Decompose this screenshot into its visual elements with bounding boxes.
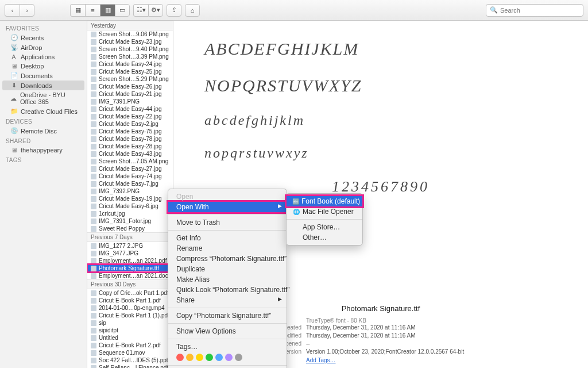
file-row[interactable]: IMG_7391_Fotor.jpg	[87, 217, 173, 225]
tag-color[interactable]	[176, 354, 184, 361]
file-row[interactable]: Screen Shot…9.40 PM.png	[87, 45, 173, 53]
file-row[interactable]: Cricut Made Easy-27.jpg	[87, 165, 173, 172]
search-input[interactable]	[500, 7, 579, 14]
file-name: Screen Shot…9.40 PM.png	[99, 46, 169, 52]
sidebar-item[interactable]: ⬇Downloads	[2, 80, 84, 90]
file-row[interactable]: Cricut E-Book Part 2.pdf	[87, 342, 173, 349]
meta-row: Last opened--	[260, 340, 501, 348]
file-name: Sweet Red Poppy	[99, 225, 145, 232]
file-row[interactable]: Copy of Cric…ok Part 1.pdf	[87, 289, 173, 297]
file-row[interactable]: Screen Shot…3.39 PM.png	[87, 53, 173, 60]
file-row[interactable]: Cricut Made Easy-26.jpg	[87, 83, 173, 90]
file-row[interactable]: Self-Relianc…l Finance.pdf	[87, 364, 173, 368]
context-menu-item[interactable]: Compress “Photomark Signature.ttf”	[168, 254, 287, 264]
tag-color[interactable]	[206, 354, 213, 361]
file-row[interactable]: Employment…an 2021.docx	[87, 272, 173, 279]
view-list-button[interactable]: ≡	[85, 4, 100, 17]
file-row[interactable]: sip	[87, 319, 173, 327]
file-row[interactable]: Employment…an 2021.pdf	[87, 257, 173, 264]
file-row[interactable]: IMG_3477.JPG	[87, 250, 173, 257]
action-button[interactable]: ⚙▾	[148, 4, 163, 17]
file-name: Cricut Made Easy-2.jpg	[99, 121, 158, 127]
tag-color-row	[168, 352, 287, 363]
file-row[interactable]: Screen Shot…9.06 PM.png	[87, 30, 173, 38]
file-row[interactable]: Cricut E-Book Part 1.pdf	[87, 297, 173, 304]
menu-separator	[168, 230, 287, 231]
sidebar-item[interactable]: AApplications	[0, 52, 87, 62]
submenu-item[interactable]: 🔤Font Book (default)	[287, 196, 362, 206]
view-icon-button[interactable]: ▦	[70, 4, 85, 17]
menu-separator	[287, 219, 362, 220]
file-row[interactable]: Cricut Made Easy-28.jpg	[87, 143, 173, 150]
file-row[interactable]: Cricut Made Easy-19.jpg	[87, 195, 173, 202]
file-row[interactable]: 1cricut.jpg	[87, 210, 173, 217]
file-row[interactable]: Cricut Made Easy-44.jpg	[87, 105, 173, 113]
sidebar-label: thehappypeary	[21, 147, 63, 154]
context-menu-item[interactable]: Move to Trash	[168, 217, 287, 228]
sidebar-icon: ☁	[10, 95, 17, 102]
file-row[interactable]: Cricut Made Easy-74.jpg	[87, 172, 173, 180]
context-menu-item[interactable]: Duplicate	[168, 264, 287, 274]
view-gallery-button[interactable]: ▭	[115, 4, 130, 17]
file-row[interactable]: Screen Shot…7.05 AM.png	[87, 158, 173, 165]
file-row[interactable]: Photomark Signature.ttf	[87, 264, 173, 272]
context-menu-item[interactable]: Get Info	[168, 233, 287, 243]
file-row[interactable]: Cricut Made Easy-78.jpg	[87, 135, 173, 143]
file-row[interactable]: Cricut Made Easy-75.jpg	[87, 128, 173, 135]
sidebar-item[interactable]: ☁OneDrive - BYU Office 365	[0, 90, 87, 106]
file-row[interactable]: Cricut Made Easy-25.jpg	[87, 68, 173, 75]
tag-color[interactable]	[186, 354, 194, 361]
sidebar-item[interactable]: 🖥Desktop	[0, 62, 87, 71]
context-menu-item[interactable]: Show View Options	[168, 326, 287, 336]
file-row[interactable]: IMG_7392.PNG	[87, 187, 173, 195]
tag-color[interactable]	[196, 354, 203, 361]
tag-color[interactable]	[235, 354, 242, 361]
back-button[interactable]: ‹	[5, 4, 20, 17]
sidebar-item[interactable]: 🖥thehappypeary	[0, 145, 87, 155]
file-row[interactable]: Cricut Made Easy-21.jpg	[87, 90, 173, 98]
file-row[interactable]: Cricut Made Easy-43.jpg	[87, 150, 173, 158]
file-row[interactable]: Sequence 01.mov	[87, 349, 173, 356]
context-menu-item[interactable]: Rename	[168, 243, 287, 254]
sidebar-item[interactable]: 📡AirDrop	[0, 43, 87, 52]
file-row[interactable]: Cricut E-Book Part 1 (1).pdf	[87, 312, 173, 319]
sidebar-item[interactable]: 🕘Recents	[0, 33, 87, 43]
share-button[interactable]: ⇪	[167, 4, 181, 17]
file-row[interactable]: Cricut Made Easy-23.jpg	[87, 38, 173, 45]
context-menu-item[interactable]: Share	[168, 295, 287, 305]
file-row[interactable]: Cricut Made Easy-6.jpg	[87, 202, 173, 210]
tags-button[interactable]: ⌂	[185, 4, 200, 17]
add-tags-link[interactable]: Add Tags…	[306, 357, 336, 363]
file-row[interactable]: Cricut Made Easy-7.jpg	[87, 180, 173, 187]
view-column-button[interactable]: ▥	[100, 4, 115, 17]
file-row[interactable]: Cricut Made Easy-24.jpg	[87, 60, 173, 68]
file-row[interactable]: Soc 422 Fall…IDES (5).pptx	[87, 356, 173, 364]
file-row[interactable]: Cricut Made Easy-22.jpg	[87, 113, 173, 120]
file-row[interactable]: 2014-01-00…0p-eng.mp4	[87, 304, 173, 312]
context-menu-item[interactable]: Make Alias	[168, 274, 287, 285]
forward-button[interactable]: ›	[20, 4, 34, 17]
arrange-button[interactable]: ☷▾	[133, 4, 148, 17]
menu-separator	[168, 214, 287, 215]
context-menu-item[interactable]: Open With	[168, 202, 287, 212]
file-row[interactable]: IMG_7391.PNG	[87, 98, 173, 105]
tag-color[interactable]	[225, 354, 233, 361]
search-field[interactable]: 🔍	[486, 4, 583, 17]
sidebar-item[interactable]: 📁Creative Cloud Files	[0, 106, 87, 116]
context-menu-item[interactable]: Tags…	[168, 342, 287, 352]
tag-color[interactable]	[215, 354, 223, 361]
submenu-item[interactable]: App Store…	[287, 222, 362, 232]
file-row[interactable]: sipiditpt	[87, 327, 173, 334]
file-row[interactable]: Screen Shot…5.29 PM.png	[87, 75, 173, 83]
file-row[interactable]: IMG_1277 2.JPG	[87, 242, 173, 250]
context-menu-item[interactable]: Quick Look “Photomark Signature.ttf”	[168, 285, 287, 295]
sidebar-item[interactable]: 💿Remote Disc	[0, 126, 87, 136]
file-row[interactable]: Cricut Made Easy-2.jpg	[87, 120, 173, 128]
file-row[interactable]: Sweet Red Poppy	[87, 225, 173, 232]
submenu-item[interactable]: 🌐Mac File Opener	[287, 206, 362, 217]
file-row[interactable]: Untitled	[87, 334, 173, 342]
menu-separator	[168, 365, 287, 366]
context-menu-item[interactable]: Copy “Photomark Signature.ttf”	[168, 310, 287, 321]
sidebar-item[interactable]: 📄Documents	[0, 71, 87, 80]
submenu-item[interactable]: Other…	[287, 232, 362, 243]
